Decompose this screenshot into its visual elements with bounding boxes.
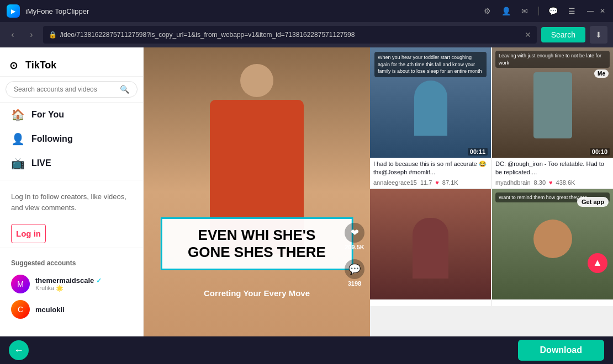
sidebar-item-following[interactable]: 👤 Following — [0, 127, 143, 151]
main-video: EVEN WHI SHE'S GONE SHES THERE Correting… — [144, 47, 370, 336]
comment-count: 3198 — [348, 280, 361, 287]
user-icon[interactable]: 👤 — [501, 6, 511, 16]
card4-info — [492, 299, 613, 306]
video-text-overlay: EVEN WHI SHE'S GONE SHES THERE — [161, 217, 353, 270]
svg-text:⊙: ⊙ — [9, 60, 18, 71]
card1-stats: annaleegrace15 11.7 ♥ 87.1K — [373, 179, 488, 186]
card1-heart-icon: ♥ — [435, 179, 439, 186]
video-card-4[interactable]: Want to remind them how great they are G… — [492, 189, 613, 306]
download-icon-button[interactable]: ⬇ — [590, 26, 607, 44]
url-bar: ‹ › 🔒 /ideo/7138162287571127598?is_copy_… — [0, 22, 613, 47]
search-button[interactable]: Search — [541, 27, 585, 42]
card1-duration: 00:11 — [468, 148, 488, 156]
minimize-button[interactable]: — — [586, 7, 594, 15]
card2-channel: myadhdbrain — [495, 179, 531, 186]
nav-divider-2 — [0, 248, 143, 248]
login-prompt: Log in to follow creators, like videos, … — [0, 185, 143, 220]
video-card-3-thumb — [370, 189, 491, 299]
scroll-top-button[interactable]: ▲ — [588, 253, 607, 273]
sidebar-item-for-you[interactable]: 🏠 For You — [0, 103, 143, 127]
figure-head — [240, 64, 273, 97]
account-info-1: themermaidscale ✓ Krutika 🌟 — [35, 276, 132, 292]
account-sub-1: Krutika 🌟 — [35, 285, 132, 292]
get-app-button[interactable]: Get app — [577, 197, 609, 207]
bottom-bar: ← Download — [0, 336, 613, 364]
avatar-1: M — [11, 275, 30, 293]
title-bar: ▶ iMyFone TopClipper ⚙ 👤 ✉ 💬 ☰ — ✕ — [0, 0, 613, 22]
card2-info: DC: @rough_iron - Too relatable. Had to … — [492, 158, 613, 188]
account-info-2: mculokii — [35, 306, 132, 314]
video-card-3[interactable] — [370, 189, 491, 306]
nav-divider — [0, 180, 143, 180]
video-card-2-thumb: Leaving with just enough time to not be … — [492, 47, 613, 158]
settings-icon[interactable]: ⚙ — [482, 6, 492, 16]
main-video-bg: EVEN WHI SHE'S GONE SHES THERE Correting… — [144, 47, 370, 336]
app-title: iMyFone TopClipper — [25, 7, 477, 15]
card1-channel: annaleegrace15 — [373, 179, 417, 186]
avatar-2: C — [11, 300, 30, 319]
url-text: /ideo/7138162287571127598?is_copy_url=1&… — [60, 31, 521, 39]
like-count: 209.5K — [345, 244, 364, 250]
comment-action[interactable]: 💬 3198 — [345, 259, 364, 287]
app-logo: ▶ — [7, 4, 20, 18]
back-button[interactable]: ← — [9, 340, 29, 360]
for-you-label: For You — [31, 110, 64, 120]
account-name-1: themermaidscale ✓ — [35, 276, 132, 285]
card1-desc: I had to because this is so mf accurate … — [373, 160, 488, 177]
card3-info — [370, 299, 491, 306]
right-video-grid: When you hear your toddler start coughin… — [370, 47, 613, 336]
account-name-2: mculokii — [35, 306, 132, 314]
close-button[interactable]: ✕ — [599, 7, 606, 15]
main-content: ⊙ TikTok 🔍 🏠 For You 👤 Following 📺 LIVE — [0, 47, 613, 336]
video-text-line1: EVEN WHI SHE'S — [173, 227, 341, 244]
sidebar-item-live[interactable]: 📺 LIVE — [0, 151, 143, 175]
video-area: EVEN WHI SHE'S GONE SHES THERE Correting… — [144, 47, 613, 336]
suggested-account-1[interactable]: M themermaidscale ✓ Krutika 🌟 — [0, 271, 143, 297]
sidebar: ⊙ TikTok 🔍 🏠 For You 👤 Following 📺 LIVE — [0, 47, 144, 336]
url-clear-icon[interactable]: ✕ — [525, 30, 531, 39]
tiktok-logo-text: TikTok — [25, 60, 56, 71]
url-input-wrap[interactable]: 🔒 /ideo/7138162287571127598?is_copy_url=… — [43, 26, 537, 44]
download-button[interactable]: Download — [518, 340, 604, 361]
video-actions: ❤ 209.5K 💬 3198 — [339, 217, 370, 292]
forward-nav-button[interactable]: › — [24, 28, 39, 42]
suggested-accounts-title: Suggested accounts — [0, 253, 143, 271]
suggested-account-2[interactable]: C mculokii — [0, 297, 143, 322]
card1-info: I had to because this is so mf accurate … — [370, 158, 491, 188]
like-action[interactable]: ❤ 209.5K — [345, 223, 364, 250]
url-lock-icon: 🔒 — [49, 31, 57, 39]
tiktok-search-bar[interactable]: 🔍 — [6, 81, 138, 98]
card1-likes: 11.7 — [420, 179, 432, 186]
video-card-4-thumb: Want to remind them how great they are G… — [492, 189, 613, 299]
chat-icon[interactable]: 💬 — [548, 6, 558, 16]
video-caption: Correting Your Every Move — [204, 288, 310, 298]
live-icon: 📺 — [11, 157, 25, 170]
card2-stats: myadhdbrain 8.30 ♥ 438.6K — [495, 179, 610, 186]
card2-duration: 00:10 — [590, 148, 610, 156]
menu-icon[interactable]: ☰ — [567, 6, 577, 16]
card2-desc: DC: @rough_iron - Too relatable. Had to … — [495, 160, 610, 177]
video-text-line2: GONE SHES THERE — [173, 244, 341, 261]
following-icon: 👤 — [11, 132, 25, 146]
heart-icon[interactable]: ❤ — [345, 223, 364, 243]
tiktok-search-input[interactable] — [14, 85, 117, 93]
card2-heart-icon: ♥ — [549, 179, 553, 186]
mail-icon[interactable]: ✉ — [520, 6, 530, 16]
card1-hearts: 87.1K — [442, 179, 458, 186]
card2-likes: 8.30 — [534, 179, 546, 186]
card2-me-label: Me — [594, 69, 609, 78]
sidebar-login-button[interactable]: Log in — [11, 224, 46, 243]
following-label: Following — [31, 134, 73, 144]
home-icon: 🏠 — [11, 108, 25, 121]
live-label: LIVE — [31, 158, 51, 168]
video-scroll: EVEN WHI SHE'S GONE SHES THERE Correting… — [144, 47, 613, 336]
video-card-1[interactable]: When you hear your toddler start coughin… — [370, 47, 491, 188]
video-card-2[interactable]: Leaving with just enough time to not be … — [492, 47, 613, 188]
verified-icon-1: ✓ — [96, 277, 102, 285]
back-nav-button[interactable]: ‹ — [6, 28, 20, 42]
comment-icon[interactable]: 💬 — [345, 259, 364, 279]
search-icon: 🔍 — [120, 85, 129, 94]
card1-overlay-text: When you hear your toddler start coughin… — [374, 52, 487, 77]
card2-overlay-text: Leaving with just enough time to not be … — [495, 51, 610, 68]
video-card-1-thumb: When you hear your toddler start coughin… — [370, 47, 491, 158]
